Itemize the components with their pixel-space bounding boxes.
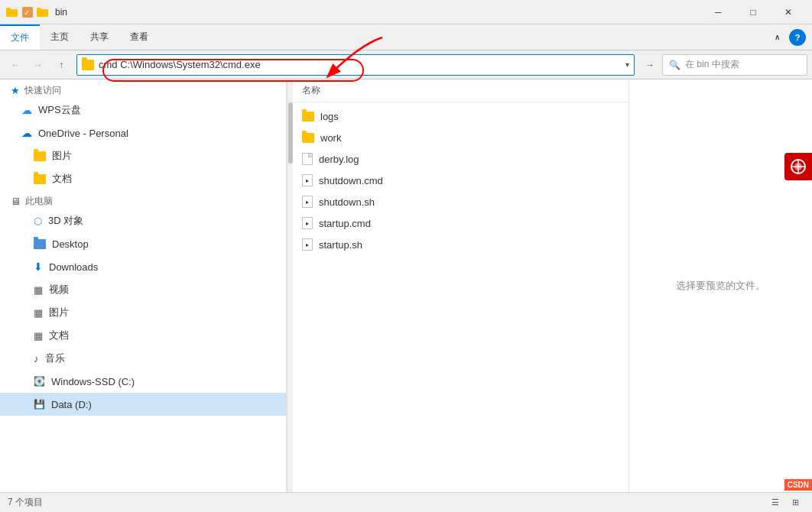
sidebar-item-data-d[interactable]: 💾 Data (D:) <box>0 393 286 416</box>
svg-text:✓: ✓ <box>24 8 30 17</box>
sidebar: ★ 快速访问 ☁ WPS云盘 ☁ OneDrive - Personal 图片 … <box>0 79 287 492</box>
sidebar-item-documents-pc[interactable]: ▦ 文档 <box>0 324 286 347</box>
data-d-icon: 💾 <box>34 399 45 410</box>
back-button[interactable]: ← <box>5 54 26 76</box>
3d-icon: ⬡ <box>34 215 42 227</box>
sidebar-wps-label: WPS云盘 <box>38 103 81 117</box>
file-item-shutdown-cmd[interactable]: ▸ shutdown.cmd <box>293 170 628 191</box>
title-bar-icons: ✓ <box>6 6 49 18</box>
sidebar-item-3d[interactable]: ⬡ 3D 对象 <box>0 209 286 232</box>
column-name: 名称 <box>302 84 320 97</box>
file-name-derby-log: derby.log <box>319 154 359 165</box>
sidebar-thispc-header[interactable]: 🖥 此电脑 <box>0 190 286 209</box>
search-icon: 🔍 <box>669 60 680 70</box>
sidebar-picturespc-label: 图片 <box>49 306 69 319</box>
file-item-startup-cmd[interactable]: ▸ startup.cmd <box>293 212 628 234</box>
logs-folder-icon <box>302 112 314 122</box>
shutdown-cmd-icon: ▸ <box>302 174 313 186</box>
forward-button[interactable]: → <box>28 54 49 76</box>
sidebar-onedrive-label: OneDrive - Personal <box>38 128 128 139</box>
address-bar[interactable]: cmd C:\Windows\System32\cmd.exe ▾ <box>76 54 635 76</box>
sidebar-desktop-label: Desktop <box>52 238 89 250</box>
file-item-work[interactable]: work <box>293 127 628 148</box>
sidebar-documentspc-label: 文档 <box>49 329 69 342</box>
windows-ssd-icon: 💽 <box>34 376 45 387</box>
ribbon-tab-file[interactable]: 文件 <box>0 24 40 50</box>
address-folder-icon <box>82 60 94 70</box>
view-grid-button[interactable]: ⊞ <box>786 494 804 511</box>
documents-folder-icon <box>34 174 46 184</box>
ribbon-tab-view[interactable]: 查看 <box>119 24 159 50</box>
file-name-startup-sh: startup.sh <box>319 239 362 251</box>
preview-text: 选择要预览的文件。 <box>676 279 765 293</box>
folder-title-icon <box>6 6 18 18</box>
music-icon: ♪ <box>34 353 39 365</box>
side-app-icon[interactable] <box>784 153 812 180</box>
sidebar-3d-label: 3D 对象 <box>48 214 83 228</box>
ribbon-collapse-button[interactable]: ∧ <box>768 28 786 47</box>
sidebar-datad-label: Data (D:) <box>51 399 92 410</box>
sidebar-windowsssd-label: Windows-SSD (C:) <box>51 376 135 387</box>
maximize-button[interactable]: □ <box>736 0 771 24</box>
pictures-folder-icon <box>34 151 46 161</box>
ribbon: 文件 主页 共享 查看 ∧ ? <box>0 24 812 50</box>
file-list-area: 名称 logs work derby.log ▸ shutdown.cmd <box>293 79 628 492</box>
address-dropdown-button[interactable]: ▾ <box>625 60 629 69</box>
help-button[interactable]: ? <box>789 29 806 46</box>
onedrive-icon: ☁ <box>21 127 32 139</box>
sidebar-item-videos[interactable]: ▦ 视频 <box>0 278 286 301</box>
minimize-button[interactable]: ─ <box>700 0 736 24</box>
sidebar-item-downloads[interactable]: ⬇ Downloads <box>0 255 286 278</box>
ribbon-right: ∧ ? <box>768 24 812 50</box>
sidebar-item-pictures-pc[interactable]: ▦ 图片 <box>0 301 286 324</box>
downloads-icon: ⬇ <box>34 261 43 273</box>
file-name-startup-cmd: startup.cmd <box>319 218 371 229</box>
close-button[interactable]: ✕ <box>771 0 806 24</box>
status-bar: 7 个项目 ☰ ⊞ <box>0 492 812 512</box>
startup-sh-icon: ▸ <box>302 238 313 251</box>
address-go-button[interactable]: → <box>639 54 661 76</box>
file-list-scroll[interactable]: logs work derby.log ▸ shutdown.cmd ▸ shu… <box>293 102 628 492</box>
sidebar-videos-label: 视频 <box>49 283 69 297</box>
sidebar-item-desktop[interactable]: Desktop <box>0 232 286 255</box>
sidebar-item-pictures[interactable]: 图片 <box>0 144 286 167</box>
sidebar-item-music[interactable]: ♪ 音乐 <box>0 347 286 370</box>
startup-cmd-icon: ▸ <box>302 217 313 229</box>
sidebar-thispc-label: 此电脑 <box>25 195 53 208</box>
sidebar-item-windows-ssd[interactable]: 💽 Windows-SSD (C:) <box>0 370 286 393</box>
file-item-logs[interactable]: logs <box>293 105 628 127</box>
file-item-shutdown-sh[interactable]: ▸ shutdown.sh <box>293 191 628 212</box>
sidebar-item-documents[interactable]: 文档 <box>0 167 286 190</box>
desktop-folder-icon <box>34 239 46 249</box>
nav-bar: ← → ↑ cmd C:\Windows\System32\cmd.exe ▾ … <box>0 50 812 79</box>
sidebar-item-wps[interactable]: ☁ WPS云盘 <box>0 99 286 122</box>
sidebar-scrollbar[interactable] <box>287 79 293 492</box>
search-box[interactable]: 🔍 在 bin 中搜索 <box>662 54 807 76</box>
folder2-title-icon <box>37 6 49 18</box>
check-title-icon: ✓ <box>21 6 34 18</box>
svg-rect-5 <box>37 8 41 11</box>
main-area: ★ 快速访问 ☁ WPS云盘 ☁ OneDrive - Personal 图片 … <box>0 79 812 492</box>
ribbon-tab-home[interactable]: 主页 <box>40 24 80 50</box>
window-controls: ─ □ ✕ <box>700 0 806 24</box>
sidebar-documents-label: 文档 <box>52 172 72 186</box>
file-list-header: 名称 <box>293 79 628 102</box>
file-item-startup-sh[interactable]: ▸ startup.sh <box>293 234 628 255</box>
sidebar-scrollbar-thumb[interactable] <box>288 102 293 164</box>
up-button[interactable]: ↑ <box>50 54 72 76</box>
sidebar-quickaccess-header[interactable]: ★ 快速访问 <box>0 79 286 99</box>
file-name-logs: logs <box>320 111 339 122</box>
sidebar-pictures-label: 图片 <box>52 149 72 163</box>
work-folder-icon <box>302 133 314 143</box>
svg-rect-1 <box>6 8 11 11</box>
videos-icon: ▦ <box>34 284 43 296</box>
wps-cloud-icon: ☁ <box>21 104 32 116</box>
view-list-button[interactable]: ☰ <box>766 494 784 511</box>
sidebar-item-onedrive[interactable]: ☁ OneDrive - Personal <box>0 122 286 144</box>
ribbon-tab-share[interactable]: 共享 <box>80 24 119 50</box>
documentspc-icon: ▦ <box>34 330 43 342</box>
derby-log-icon <box>302 153 313 165</box>
file-item-derby-log[interactable]: derby.log <box>293 148 628 170</box>
file-name-work: work <box>320 132 341 144</box>
status-count: 7 个项目 <box>8 496 43 509</box>
